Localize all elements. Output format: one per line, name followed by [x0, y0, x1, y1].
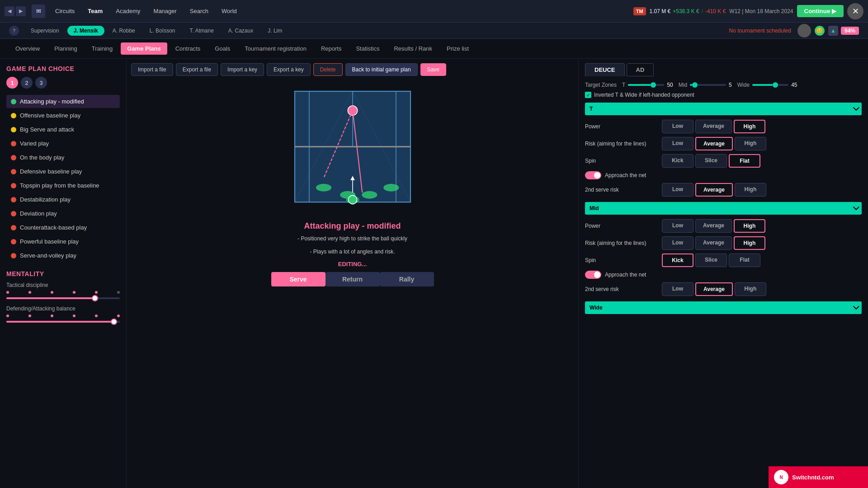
t-approach-toggle[interactable] [585, 171, 601, 179]
play-item-big-serve[interactable]: Big Serve and attack [6, 123, 120, 136]
play-dot [11, 127, 16, 132]
plan-3-btn[interactable]: 3 [35, 77, 47, 89]
return-tab[interactable]: Return [326, 272, 380, 286]
mid-serve2risk-average[interactable]: Average [695, 282, 733, 296]
mid-spin-slice[interactable]: Slice [695, 253, 727, 267]
nav-statistics[interactable]: Statistics [349, 42, 386, 55]
play-item-attacking[interactable]: Attacking play - modified [6, 95, 120, 108]
mail-icon[interactable]: ✉ [32, 5, 45, 18]
nav-search[interactable]: Search [184, 5, 214, 17]
nav-prize-list[interactable]: Prize list [440, 42, 475, 55]
ad-tab[interactable]: AD [627, 63, 654, 76]
upload-icon[interactable]: ▲ [828, 26, 838, 36]
play-item-destabilization[interactable]: Destabilization play [6, 193, 120, 206]
play-item-deviation[interactable]: Deviation play [6, 207, 120, 220]
nav-reports[interactable]: Reports [315, 42, 348, 55]
t-section-header[interactable]: T [585, 103, 862, 115]
mood-icon[interactable]: 😊 [815, 26, 825, 36]
t-risk-high[interactable]: High [735, 137, 766, 150]
invert-checkbox[interactable]: ✓ [585, 92, 591, 98]
play-item-defensive[interactable]: Defensive baseline play [6, 165, 120, 178]
t-risk-low[interactable]: Low [662, 137, 693, 150]
delete-btn[interactable]: Delete [313, 63, 343, 76]
export-file-btn[interactable]: Export a file [176, 63, 218, 76]
attacking-slider-thumb[interactable] [111, 319, 117, 325]
player-tab-cazaux[interactable]: A. Cazaux [222, 26, 259, 36]
deuce-tab[interactable]: DEUCE [585, 63, 625, 76]
export-key-btn[interactable]: Export a key [267, 63, 311, 76]
plan-2-btn[interactable]: 2 [21, 77, 33, 89]
import-file-btn[interactable]: Import a file [131, 63, 173, 76]
mid-serve2risk-high[interactable]: High [735, 282, 766, 296]
continue-btn[interactable]: Continue ▶ [797, 5, 844, 17]
mid-spin-flat[interactable]: Flat [729, 253, 760, 267]
player-tab-robbe[interactable]: A. Robbe [106, 26, 142, 36]
save-btn[interactable]: Save [420, 63, 446, 76]
nav-tournament-reg[interactable]: Tournament registration [238, 42, 313, 55]
tactical-slider-thumb[interactable] [92, 295, 98, 301]
play-dot [11, 239, 16, 244]
nav-world[interactable]: World [216, 5, 242, 17]
t-spin-kick[interactable]: Kick [662, 154, 693, 168]
nav-goals[interactable]: Goals [208, 42, 236, 55]
mid-risk-high[interactable]: High [734, 236, 765, 250]
t-spin-flat[interactable]: Flat [729, 154, 760, 168]
t-power-average[interactable]: Average [695, 120, 732, 133]
nav-circuits[interactable]: Circuits [50, 5, 80, 17]
mid-power-high[interactable]: High [734, 219, 765, 233]
wide-zone-thumb[interactable] [773, 82, 778, 88]
nav-planning[interactable]: Planning [48, 42, 84, 55]
nav-team[interactable]: Team [82, 5, 108, 17]
t-serve2risk-low[interactable]: Low [662, 183, 693, 197]
nav-results-rank[interactable]: Results / Rank [387, 42, 439, 55]
play-item-powerful[interactable]: Powerful baseline play [6, 235, 120, 248]
t-serve2risk-row: 2nd serve risk Low Average High [585, 183, 862, 197]
mid-zone-thumb[interactable] [692, 82, 698, 88]
mid-serve2risk-low[interactable]: Low [662, 282, 693, 296]
player-tab-boisson[interactable]: L. Boïsson [143, 26, 182, 36]
back-to-initial-btn[interactable]: Back to initial game plan [345, 63, 418, 76]
help-icon[interactable]: ? [9, 26, 19, 36]
close-btn[interactable]: ✕ [847, 3, 863, 19]
tactical-discipline-label: Tactical discipline [6, 282, 120, 288]
t-power-low[interactable]: Low [662, 120, 693, 133]
invert-label: Inverted T & Wide if left-handed opponen… [594, 92, 694, 98]
t-power-high[interactable]: High [734, 120, 765, 133]
player-tab-atmane[interactable]: T. Atmane [183, 26, 220, 36]
nav-manager[interactable]: Manager [148, 5, 182, 17]
play-item-offensive[interactable]: Offensive baseline play [6, 109, 120, 122]
main-content: GAME PLAN CHOICE 1 2 3 Attacking play - … [0, 59, 868, 488]
import-key-btn[interactable]: Import a key [221, 63, 264, 76]
t-zone-thumb[interactable] [651, 82, 656, 88]
mid-approach-toggle[interactable] [585, 271, 601, 279]
nav-overview[interactable]: Overview [9, 42, 46, 55]
mid-risk-average[interactable]: Average [695, 236, 732, 250]
play-item-varied[interactable]: Varied play [6, 137, 120, 150]
mid-spin-kick[interactable]: Kick [662, 253, 693, 267]
serve-tab[interactable]: Serve [271, 272, 326, 286]
player-tab-lim[interactable]: J. Lim [261, 26, 288, 36]
nav-back-btn[interactable]: ◀ [5, 6, 14, 16]
t-risk-average[interactable]: Average [695, 137, 733, 150]
plan-1-btn[interactable]: 1 [6, 77, 18, 89]
play-item-topspin[interactable]: Topspin play from the baseline [6, 179, 120, 192]
mid-risk-low[interactable]: Low [662, 236, 693, 250]
rally-tab[interactable]: Rally [380, 272, 434, 286]
supervision-tab[interactable]: Supervision [24, 26, 66, 36]
play-item-body[interactable]: On the body play [6, 151, 120, 164]
player-tab-mensik[interactable]: J. Mensik [67, 26, 104, 36]
mid-power-low[interactable]: Low [662, 219, 693, 233]
nav-contracts[interactable]: Contracts [169, 42, 207, 55]
mid-section-header[interactable]: Mid [585, 202, 862, 215]
play-item-counterattack[interactable]: Counterattack-based play [6, 221, 120, 234]
nav-fwd-btn[interactable]: ▶ [16, 6, 26, 16]
t-spin-slice[interactable]: Slice [695, 154, 727, 168]
play-item-serve-volley[interactable]: Serve-and-volley play [6, 249, 120, 262]
t-serve2risk-average[interactable]: Average [695, 183, 733, 197]
nav-training[interactable]: Training [85, 42, 119, 55]
nav-game-plans[interactable]: Game Plans [121, 42, 167, 55]
t-serve2risk-high[interactable]: High [735, 183, 766, 197]
mid-power-average[interactable]: Average [695, 219, 732, 233]
nav-academy[interactable]: Academy [110, 5, 146, 17]
wide-section-header[interactable]: Wide [585, 301, 862, 314]
